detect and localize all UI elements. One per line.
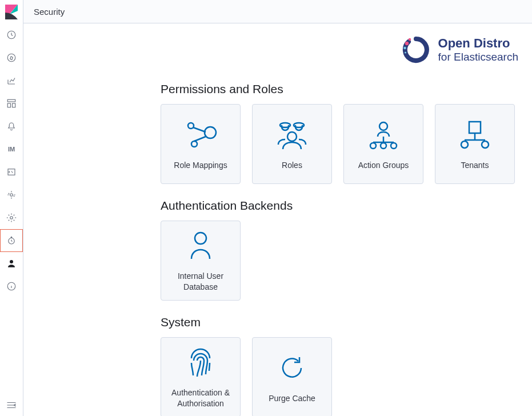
internal-user-db-card[interactable]: Internal User Database (161, 221, 241, 301)
tenants-icon[interactable] (0, 252, 23, 275)
role-mappings-icon (183, 118, 218, 152)
role-mappings-card[interactable]: Role Mappings (161, 104, 241, 184)
alerting-icon[interactable] (0, 115, 23, 138)
svg-point-8 (10, 194, 13, 197)
opendistro-logo-icon (402, 35, 430, 64)
card-label: Roles (278, 160, 306, 171)
svg-rect-6 (13, 103, 15, 107)
card-label: Internal User Database (161, 271, 240, 293)
action-groups-icon (366, 118, 401, 152)
card-label: Tenants (457, 160, 492, 171)
section-auth-backends: Authentication Backends Internal User Da… (161, 199, 523, 301)
brand-text: Open Distro for Elasticsearch (438, 36, 518, 63)
section-system: System Authentication & Authorisation (161, 315, 523, 416)
svg-point-3 (7, 54, 15, 62)
tenants-icon (458, 118, 492, 152)
section-title: Permissions and Roles (161, 82, 523, 96)
svg-point-29 (482, 141, 489, 148)
dashboard-icon[interactable] (0, 92, 23, 115)
svg-point-23 (379, 122, 387, 130)
collapse-sidebar-icon[interactable] (0, 397, 23, 414)
recent-icon[interactable] (0, 23, 23, 46)
card-row: Authentication & Authorisation Purge Cac… (161, 337, 523, 416)
section-permissions: Permissions and Roles Role Mappings (161, 82, 523, 184)
tenants-card[interactable]: Tenants (435, 104, 515, 184)
svg-point-18 (205, 127, 216, 138)
security-icon[interactable] (0, 229, 23, 252)
svg-point-17 (188, 123, 194, 129)
svg-point-9 (10, 217, 13, 219)
svg-point-22 (287, 132, 297, 141)
auth-card[interactable]: Authentication & Authorisation (161, 337, 241, 416)
svg-point-30 (195, 233, 206, 244)
roles-icon (275, 118, 309, 152)
main-content: Open Distro for Elasticsearch Permission… (23, 24, 532, 416)
page-title: Security (34, 7, 65, 17)
info-icon[interactable] (0, 275, 23, 298)
card-row: Internal User Database (161, 221, 523, 301)
im-icon[interactable]: IM (0, 138, 23, 161)
section-title: System (161, 315, 523, 329)
card-label: Purge Cache (265, 393, 319, 404)
svg-point-13 (405, 42, 408, 45)
kibana-logo[interactable] (0, 0, 23, 23)
breadcrumb-bar: Security (23, 0, 532, 23)
user-db-icon (183, 229, 218, 263)
anomaly-icon[interactable] (0, 183, 23, 206)
brand-line2: for Elasticsearch (438, 51, 518, 63)
svg-point-26 (391, 143, 397, 149)
action-groups-card[interactable]: Action Groups (343, 104, 423, 184)
card-label: Role Mappings (170, 160, 230, 171)
card-row: Role Mappings Roles (161, 104, 523, 184)
svg-rect-27 (469, 122, 481, 133)
svg-point-14 (408, 38, 411, 41)
svg-point-28 (461, 141, 468, 148)
sidebar: IM (0, 0, 23, 416)
svg-point-16 (404, 51, 406, 53)
purge-cache-card[interactable]: Purge Cache (252, 337, 332, 416)
discover-icon[interactable] (0, 46, 23, 69)
svg-rect-4 (7, 99, 15, 102)
brand-line1: Open Distro (438, 36, 518, 50)
brand-logo-block: Open Distro for Elasticsearch (33, 35, 523, 64)
card-label: Authentication & Authorisation (161, 387, 240, 409)
section-title: Authentication Backends (161, 199, 523, 213)
svg-point-24 (370, 143, 376, 149)
roles-card[interactable]: Roles (252, 104, 332, 184)
fingerprint-icon (183, 345, 218, 379)
devtools-icon[interactable] (0, 161, 23, 183)
reload-icon (275, 351, 309, 385)
card-label: Action Groups (355, 160, 413, 171)
svg-point-11 (10, 260, 13, 263)
svg-point-15 (403, 47, 406, 50)
management-icon[interactable] (0, 206, 23, 229)
svg-point-25 (381, 143, 386, 149)
im-label: IM (8, 146, 15, 153)
visualize-icon[interactable] (0, 69, 23, 92)
svg-rect-5 (7, 103, 10, 107)
svg-point-19 (191, 141, 197, 147)
